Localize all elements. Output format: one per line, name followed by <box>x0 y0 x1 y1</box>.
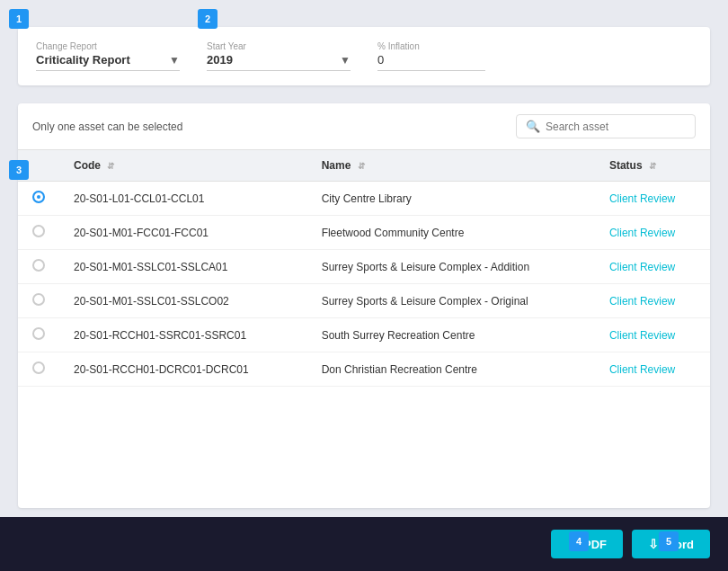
table-row[interactable]: 20-S01-M01-SSLC01-SSLCA01Surrey Sports &… <box>18 250 710 284</box>
step-badge-1: 1 <box>9 9 29 29</box>
cell-status: Client Review <box>595 284 710 318</box>
radio-button[interactable] <box>32 191 45 203</box>
step-badge-5: 5 <box>659 531 679 551</box>
sort-icon-code: ⇵ <box>107 161 114 171</box>
col-status[interactable]: Status ⇵ <box>595 150 710 182</box>
cell-code: 20-S01-RCCH01-DCRC01-DCRC01 <box>59 352 307 387</box>
radio-button[interactable] <box>32 327 45 340</box>
table-row[interactable]: 20-S01-M01-FCC01-FCC01Fleetwood Communit… <box>18 216 710 250</box>
cell-status: Client Review <box>595 318 710 352</box>
change-report-group: Change Report Criticality Report ▼ <box>36 41 180 71</box>
col-code[interactable]: Code ⇵ <box>59 150 307 182</box>
cell-status: Client Review <box>595 352 710 387</box>
search-icon: 🔍 <box>526 120 540 133</box>
change-report-value: Criticality Report <box>36 53 165 67</box>
cell-name: South Surrey Recreation Centre <box>307 318 595 352</box>
radio-button[interactable] <box>32 293 45 306</box>
asset-table-section: Only one asset can be selected 🔍 Code ⇵ … <box>18 103 710 508</box>
radio-button[interactable] <box>32 259 45 272</box>
table-header-row: Code ⇵ Name ⇵ Status ⇵ <box>18 150 710 182</box>
config-section: Change Report Criticality Report ▼ Start… <box>18 27 710 85</box>
inflation-group: % Inflation <box>377 41 485 71</box>
start-year-group: Start Year 2019 ▼ <box>207 41 351 71</box>
step-badge-3: 3 <box>9 160 29 180</box>
inflation-label: % Inflation <box>377 41 485 51</box>
start-year-label: Start Year <box>207 41 351 51</box>
cell-name: Surrey Sports & Leisure Complex - Additi… <box>307 250 595 284</box>
table-info-text: Only one asset can be selected <box>32 120 182 133</box>
table-row[interactable]: 20-S01-M01-SSLC01-SSLCO02Surrey Sports &… <box>18 284 710 318</box>
table-row[interactable]: 20-S01-RCCH01-DCRC01-DCRC01Don Christian… <box>18 352 710 387</box>
cell-status: Client Review <box>595 182 710 216</box>
table-row[interactable]: 20-S01-L01-CCL01-CCL01City Centre Librar… <box>18 182 710 216</box>
search-wrapper[interactable]: 🔍 <box>516 114 696 138</box>
cell-code: 20-S01-RCCH01-SSRC01-SSRC01 <box>59 318 307 352</box>
cell-code: 20-S01-M01-SSLC01-SSLCA01 <box>59 250 307 284</box>
table-row[interactable]: 20-S01-RCCH01-SSRC01-SSRC01South Surrey … <box>18 318 710 352</box>
radio-cell[interactable] <box>18 216 59 250</box>
chevron-down-icon: ▼ <box>169 54 180 67</box>
cell-code: 20-S01-M01-SSLC01-SSLCO02 <box>59 284 307 318</box>
cell-name: Surrey Sports & Leisure Complex - Origin… <box>307 284 595 318</box>
cell-name: City Centre Library <box>307 182 595 216</box>
start-year-select[interactable]: 2019 ▼ <box>207 53 351 71</box>
table-header-bar: Only one asset can be selected 🔍 <box>18 103 710 149</box>
cell-code: 20-S01-L01-CCL01-CCL01 <box>59 182 307 216</box>
cell-name: Fleetwood Community Centre <box>307 216 595 250</box>
config-row: Change Report Criticality Report ▼ Start… <box>36 41 692 71</box>
radio-cell[interactable] <box>18 284 59 318</box>
asset-table-body: 20-S01-L01-CCL01-CCL01City Centre Librar… <box>18 182 710 387</box>
cell-code: 20-S01-M01-FCC01-FCC01 <box>59 216 307 250</box>
cell-status: Client Review <box>595 216 710 250</box>
change-report-select[interactable]: Criticality Report ▼ <box>36 53 180 71</box>
col-name[interactable]: Name ⇵ <box>307 150 595 182</box>
cell-name: Don Christian Recreation Centre <box>307 352 595 387</box>
sort-icon-name: ⇵ <box>358 161 365 171</box>
inflation-input[interactable] <box>377 53 485 71</box>
chevron-down-icon-year: ▼ <box>340 54 351 67</box>
asset-table: Code ⇵ Name ⇵ Status ⇵ 20-S01-L01-CCL01-… <box>18 150 710 387</box>
radio-cell[interactable] <box>18 318 59 352</box>
radio-button[interactable] <box>32 361 45 374</box>
word-icon: ⇩ <box>648 537 659 551</box>
start-year-value: 2019 <box>207 53 336 67</box>
cell-status: Client Review <box>595 250 710 284</box>
radio-cell[interactable] <box>18 352 59 387</box>
step-badge-4: 4 <box>569 531 589 551</box>
radio-button[interactable] <box>32 225 45 237</box>
search-input[interactable] <box>546 120 686 133</box>
radio-cell[interactable] <box>18 250 59 284</box>
page-wrapper: 1 2 3 Change Report Criticality Report ▼… <box>0 0 728 571</box>
change-report-label: Change Report <box>36 41 180 51</box>
sort-icon-status: ⇵ <box>649 161 656 171</box>
footer: ⇩ PDF ⇩ Word <box>0 517 728 571</box>
step-badge-2: 2 <box>198 9 218 29</box>
radio-cell[interactable] <box>18 182 59 216</box>
